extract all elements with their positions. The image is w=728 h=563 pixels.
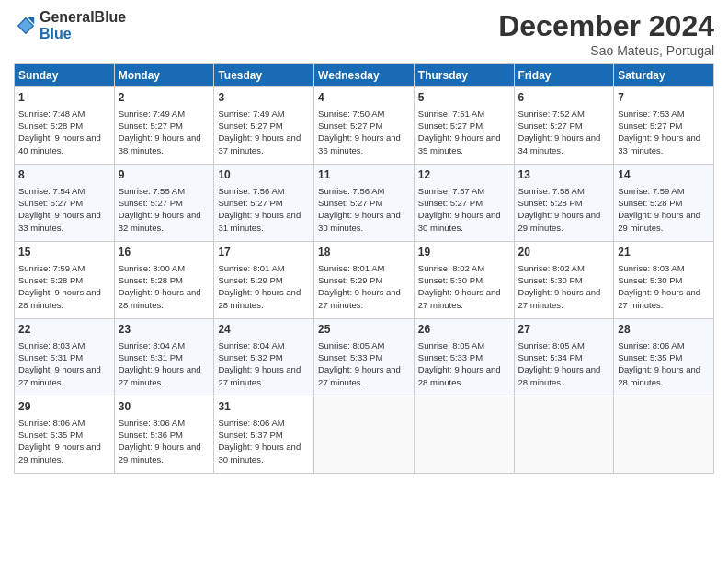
- table-row: 6Sunrise: 7:52 AMSunset: 5:27 PMDaylight…: [514, 87, 614, 165]
- sunset-text: Sunset: 5:27 PM: [218, 120, 310, 132]
- daylight-text: Daylight: 9 hours and 27 minutes.: [418, 286, 510, 311]
- sunrise-text: Sunrise: 8:04 AM: [119, 339, 210, 351]
- calendar-week-row: 29Sunrise: 8:06 AMSunset: 5:35 PMDayligh…: [15, 396, 714, 474]
- day-number: 23: [119, 322, 210, 338]
- day-number: 12: [418, 167, 510, 183]
- calendar-header-row: Sunday Monday Tuesday Wednesday Thursday…: [15, 64, 714, 87]
- sunrise-text: Sunrise: 7:48 AM: [18, 108, 110, 120]
- day-number: 25: [318, 322, 410, 338]
- col-wednesday: Wednesday: [314, 64, 415, 87]
- sunrise-text: Sunrise: 8:05 AM: [418, 339, 510, 351]
- sunrise-text: Sunrise: 8:01 AM: [318, 262, 410, 274]
- sunrise-text: Sunrise: 8:06 AM: [618, 339, 710, 351]
- sunrise-text: Sunrise: 7:49 AM: [218, 108, 310, 120]
- table-row: [314, 396, 415, 474]
- table-row: 14Sunrise: 7:59 AMSunset: 5:28 PMDayligh…: [614, 165, 714, 242]
- table-row: 8Sunrise: 7:54 AMSunset: 5:27 PMDaylight…: [15, 165, 115, 242]
- day-number: 8: [18, 167, 110, 183]
- day-number: 1: [18, 90, 110, 106]
- sunset-text: Sunset: 5:29 PM: [318, 274, 410, 286]
- daylight-text: Daylight: 9 hours and 27 minutes.: [218, 363, 310, 388]
- page-header: GeneralBlue Blue December 2024 Sao Mateu…: [14, 9, 714, 58]
- daylight-text: Daylight: 9 hours and 40 minutes.: [18, 132, 110, 156]
- sunrise-text: Sunrise: 8:06 AM: [18, 417, 110, 429]
- daylight-text: Daylight: 9 hours and 27 minutes.: [618, 286, 710, 311]
- table-row: 26Sunrise: 8:05 AMSunset: 5:33 PMDayligh…: [414, 319, 514, 396]
- daylight-text: Daylight: 9 hours and 29 minutes.: [18, 441, 110, 465]
- sunrise-text: Sunrise: 7:49 AM: [119, 108, 210, 120]
- day-number: 20: [518, 245, 610, 260]
- table-row: 21Sunrise: 8:03 AMSunset: 5:30 PMDayligh…: [614, 242, 714, 319]
- day-number: 6: [518, 90, 610, 106]
- table-row: 7Sunrise: 7:53 AMSunset: 5:27 PMDaylight…: [614, 87, 714, 165]
- day-number: 7: [618, 90, 710, 106]
- daylight-text: Daylight: 9 hours and 28 minutes.: [618, 363, 710, 388]
- sunset-text: Sunset: 5:33 PM: [318, 351, 410, 363]
- sunset-text: Sunset: 5:37 PM: [218, 429, 310, 441]
- sunrise-text: Sunrise: 7:59 AM: [618, 185, 710, 197]
- calendar-table: Sunday Monday Tuesday Wednesday Thursday…: [14, 63, 714, 474]
- table-row: 12Sunrise: 7:57 AMSunset: 5:27 PMDayligh…: [414, 165, 514, 242]
- day-number: 9: [119, 167, 210, 183]
- table-row: 29Sunrise: 8:06 AMSunset: 5:35 PMDayligh…: [15, 396, 115, 474]
- table-row: 24Sunrise: 8:04 AMSunset: 5:32 PMDayligh…: [214, 319, 314, 396]
- daylight-text: Daylight: 9 hours and 28 minutes.: [119, 286, 210, 311]
- sunset-text: Sunset: 5:31 PM: [18, 351, 110, 363]
- sunrise-text: Sunrise: 7:52 AM: [518, 108, 610, 120]
- table-row: 20Sunrise: 8:02 AMSunset: 5:30 PMDayligh…: [514, 242, 614, 319]
- calendar-week-row: 15Sunrise: 7:59 AMSunset: 5:28 PMDayligh…: [15, 242, 714, 319]
- daylight-text: Daylight: 9 hours and 29 minutes.: [518, 209, 610, 234]
- day-number: 30: [119, 399, 210, 415]
- day-number: 27: [518, 322, 610, 338]
- day-number: 28: [618, 322, 710, 338]
- day-number: 19: [418, 245, 510, 260]
- table-row: 3Sunrise: 7:49 AMSunset: 5:27 PMDaylight…: [214, 87, 314, 165]
- sunrise-text: Sunrise: 8:05 AM: [518, 339, 610, 351]
- daylight-text: Daylight: 9 hours and 27 minutes.: [119, 363, 210, 388]
- svg-marker-1: [19, 19, 33, 33]
- table-row: 27Sunrise: 8:05 AMSunset: 5:34 PMDayligh…: [514, 319, 614, 396]
- sunset-text: Sunset: 5:27 PM: [218, 197, 310, 209]
- sunset-text: Sunset: 5:29 PM: [218, 274, 310, 286]
- day-number: 22: [18, 322, 110, 338]
- sunrise-text: Sunrise: 7:58 AM: [518, 185, 610, 197]
- daylight-text: Daylight: 9 hours and 27 minutes.: [318, 286, 410, 311]
- sunrise-text: Sunrise: 8:05 AM: [318, 339, 410, 351]
- day-number: 15: [18, 245, 110, 260]
- daylight-text: Daylight: 9 hours and 31 minutes.: [218, 209, 310, 234]
- sunrise-text: Sunrise: 7:50 AM: [318, 108, 410, 120]
- calendar-week-row: 8Sunrise: 7:54 AMSunset: 5:27 PMDaylight…: [15, 165, 714, 242]
- col-tuesday: Tuesday: [214, 64, 314, 87]
- sunset-text: Sunset: 5:27 PM: [119, 197, 210, 209]
- table-row: 15Sunrise: 7:59 AMSunset: 5:28 PMDayligh…: [15, 242, 115, 319]
- sunrise-text: Sunrise: 7:56 AM: [218, 185, 310, 197]
- sunset-text: Sunset: 5:31 PM: [119, 351, 210, 363]
- sunset-text: Sunset: 5:27 PM: [518, 120, 610, 132]
- table-row: [414, 396, 514, 474]
- table-row: [514, 396, 614, 474]
- title-block: December 2024 Sao Mateus, Portugal: [498, 9, 714, 58]
- sunrise-text: Sunrise: 8:00 AM: [119, 262, 210, 274]
- sunset-text: Sunset: 5:27 PM: [418, 120, 510, 132]
- table-row: 30Sunrise: 8:06 AMSunset: 5:36 PMDayligh…: [114, 396, 214, 474]
- sunrise-text: Sunrise: 8:04 AM: [218, 339, 310, 351]
- sunset-text: Sunset: 5:36 PM: [119, 429, 210, 441]
- sunrise-text: Sunrise: 7:56 AM: [318, 185, 410, 197]
- day-number: 11: [318, 167, 410, 183]
- calendar-week-row: 1Sunrise: 7:48 AMSunset: 5:28 PMDaylight…: [15, 87, 714, 165]
- table-row: 5Sunrise: 7:51 AMSunset: 5:27 PMDaylight…: [414, 87, 514, 165]
- table-row: 10Sunrise: 7:56 AMSunset: 5:27 PMDayligh…: [214, 165, 314, 242]
- sunrise-text: Sunrise: 7:57 AM: [418, 185, 510, 197]
- daylight-text: Daylight: 9 hours and 28 minutes.: [218, 286, 310, 311]
- table-row: 11Sunrise: 7:56 AMSunset: 5:27 PMDayligh…: [314, 165, 415, 242]
- table-row: 9Sunrise: 7:55 AMSunset: 5:27 PMDaylight…: [114, 165, 214, 242]
- day-number: 18: [318, 245, 410, 260]
- daylight-text: Daylight: 9 hours and 35 minutes.: [418, 132, 510, 156]
- sunrise-text: Sunrise: 8:02 AM: [418, 262, 510, 274]
- daylight-text: Daylight: 9 hours and 30 minutes.: [218, 441, 310, 465]
- sunrise-text: Sunrise: 7:55 AM: [119, 185, 210, 197]
- day-number: 14: [618, 167, 710, 183]
- daylight-text: Daylight: 9 hours and 34 minutes.: [518, 132, 610, 156]
- sunset-text: Sunset: 5:32 PM: [218, 351, 310, 363]
- daylight-text: Daylight: 9 hours and 29 minutes.: [618, 209, 710, 234]
